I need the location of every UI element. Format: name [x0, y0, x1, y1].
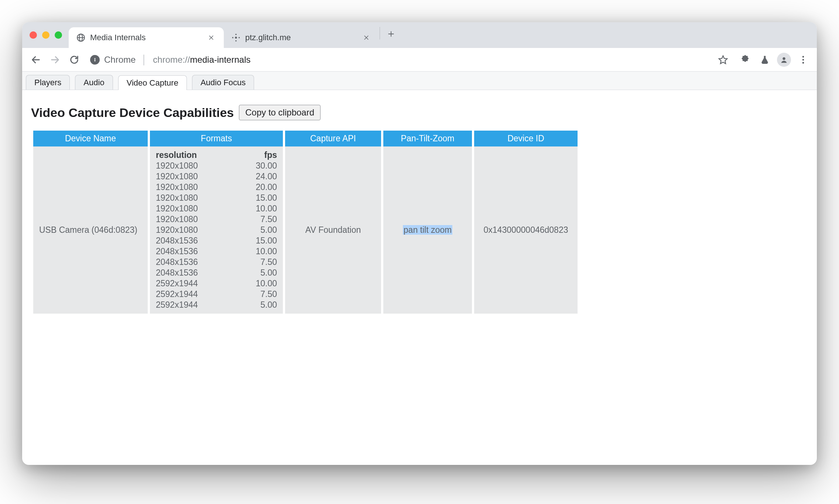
format-fps: 24.00 [256, 172, 277, 182]
device-name-cell: USB Camera (046d:0823) [33, 146, 148, 314]
copy-to-clipboard-button[interactable]: Copy to clipboard [239, 105, 321, 120]
url-origin: Chrome [104, 55, 136, 65]
format-resolution: 2592x1944 [156, 279, 239, 289]
browser-toolbar: Chrome │ chrome://media-internals [22, 48, 817, 72]
forward-button[interactable] [47, 51, 64, 68]
labs-icon[interactable] [756, 51, 773, 68]
ptz-value: pan tilt zoom [403, 225, 452, 235]
avatar-icon [777, 53, 791, 67]
section-heading: Video Capture Device Capabilities [31, 106, 234, 120]
format-fps: 7.50 [256, 214, 277, 224]
address-bar[interactable]: Chrome │ chrome://media-internals [85, 51, 735, 68]
format-fps: 30.00 [256, 161, 277, 171]
svg-point-21 [802, 59, 804, 61]
svg-point-6 [235, 34, 236, 35]
browser-window: Media Internals ptz.glitch.me [22, 22, 817, 465]
format-resolution: 2048x1536 [156, 236, 239, 246]
format-resolution: 1920x1080 [156, 182, 239, 192]
format-resolution: 1920x1080 [156, 225, 239, 235]
col-header-ptz[interactable]: Pan-Tilt-Zoom [383, 131, 472, 146]
profile-button[interactable] [775, 51, 792, 68]
col-header-formats[interactable]: Formats [150, 131, 283, 146]
tab-divider [380, 27, 380, 39]
ptz-cell: pan tilt zoom [383, 146, 472, 314]
format-fps: 10.00 [256, 246, 277, 256]
format-fps: 5.00 [256, 300, 277, 310]
device-id-cell: 0x14300000046d0823 [474, 146, 578, 314]
svg-point-9 [239, 37, 240, 38]
format-resolution: 1920x1080 [156, 172, 239, 182]
svg-point-7 [235, 40, 236, 41]
col-header-id[interactable]: Device ID [474, 131, 578, 146]
col-header-device[interactable]: Device Name [33, 131, 148, 146]
format-resolution: 2048x1536 [156, 257, 239, 267]
browser-tab-0[interactable]: Media Internals [69, 27, 224, 48]
svg-point-16 [94, 58, 95, 59]
url-separator: │ [141, 55, 147, 65]
svg-rect-17 [95, 59, 95, 61]
tab-title: Media Internals [90, 33, 145, 42]
page-nav-tabs: Players Audio Video Capture Audio Focus [22, 72, 817, 90]
formats-cell: resolution fps 1920x108030.001920x108024… [150, 146, 283, 314]
capture-api-cell: AV Foundation [285, 146, 381, 314]
table-row: USB Camera (046d:0823) resolution fps 19… [33, 146, 578, 314]
site-info-icon[interactable] [90, 55, 100, 65]
format-fps: 15.00 [256, 236, 277, 246]
close-tab-icon[interactable] [206, 32, 216, 43]
close-tab-icon[interactable] [361, 32, 371, 43]
svg-point-20 [802, 56, 804, 58]
format-fps: 5.00 [256, 225, 277, 235]
format-resolution: 1920x1080 [156, 214, 239, 224]
svg-point-5 [235, 37, 237, 38]
new-tab-button[interactable] [383, 26, 399, 42]
format-resolution: 2048x1536 [156, 246, 239, 256]
bookmark-star-icon[interactable] [718, 55, 728, 65]
extensions-icon[interactable] [737, 51, 754, 68]
back-button[interactable] [27, 51, 44, 68]
url-path: media-internals [190, 55, 250, 65]
kebab-menu-icon[interactable] [795, 51, 812, 68]
url-scheme: chrome:// [153, 55, 190, 65]
svg-point-22 [802, 62, 804, 63]
col-header-api[interactable]: Capture API [285, 131, 381, 146]
browser-tab-1[interactable]: ptz.glitch.me [224, 27, 379, 48]
format-resolution: 1920x1080 [156, 193, 239, 203]
formats-header-res: resolution [156, 150, 239, 160]
format-resolution: 2592x1944 [156, 289, 239, 299]
window-controls [30, 31, 62, 39]
minimize-window-button[interactable] [42, 31, 49, 39]
format-fps: 20.00 [256, 182, 277, 192]
format-resolution: 2048x1536 [156, 268, 239, 278]
format-fps: 7.50 [256, 289, 277, 299]
page-content: Video Capture Device Capabilities Copy t… [22, 90, 817, 465]
zoom-window-button[interactable] [55, 31, 62, 39]
nav-tab-video-capture[interactable]: Video Capture [118, 75, 187, 90]
format-fps: 5.00 [256, 268, 277, 278]
format-fps: 10.00 [256, 279, 277, 289]
format-resolution: 1920x1080 [156, 161, 239, 171]
reload-button[interactable] [66, 51, 83, 68]
format-resolution: 1920x1080 [156, 204, 239, 214]
svg-point-19 [783, 57, 785, 60]
close-window-button[interactable] [30, 31, 37, 39]
nav-tab-audio-focus[interactable]: Audio Focus [192, 75, 254, 90]
tab-title: ptz.glitch.me [245, 33, 291, 42]
format-fps: 10.00 [256, 204, 277, 214]
nav-tab-audio[interactable]: Audio [75, 75, 113, 90]
capabilities-table: Device Name Formats Capture API Pan-Tilt… [31, 131, 580, 314]
svg-point-8 [232, 37, 233, 38]
format-fps: 15.00 [256, 193, 277, 203]
formats-header-fps: fps [256, 150, 277, 160]
nav-tab-players[interactable]: Players [26, 75, 70, 90]
table-header-row: Device Name Formats Capture API Pan-Tilt… [33, 131, 578, 146]
globe-icon [76, 33, 86, 42]
format-fps: 7.50 [256, 257, 277, 267]
site-icon [231, 33, 241, 42]
format-resolution: 2592x1944 [156, 300, 239, 310]
tab-strip: Media Internals ptz.glitch.me [22, 22, 817, 48]
svg-marker-18 [719, 56, 727, 63]
